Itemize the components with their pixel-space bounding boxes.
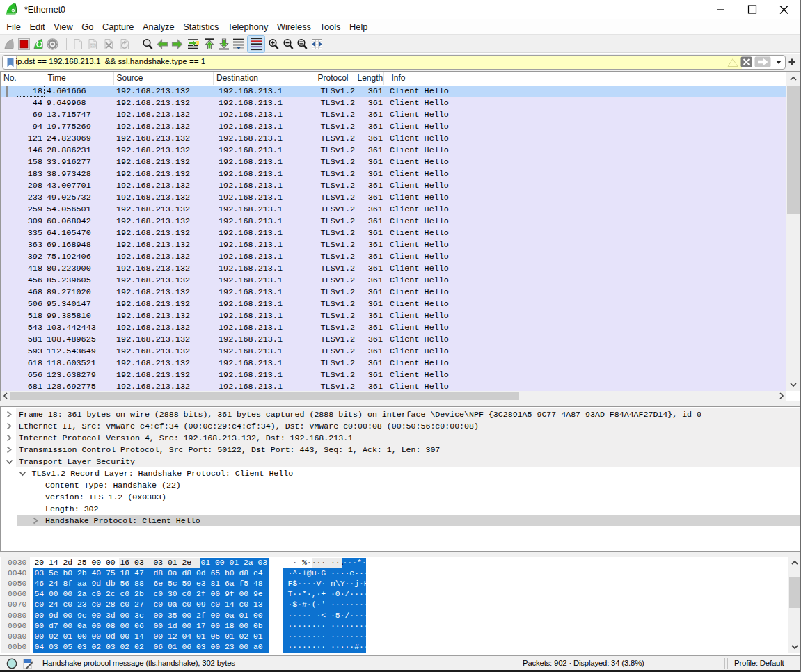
svg-text:010: 010: [90, 44, 96, 47]
